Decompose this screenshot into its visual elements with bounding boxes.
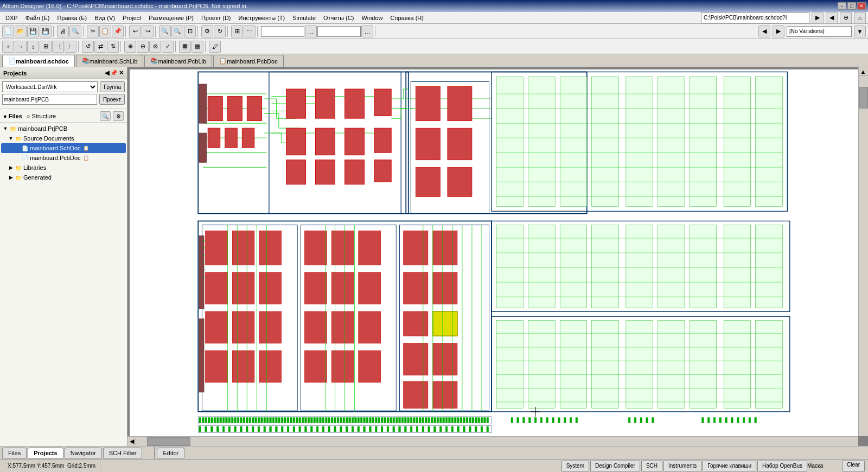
tb2-btn16[interactable]: 🖊	[209, 41, 221, 53]
tb2-btn12[interactable]: ⊗	[149, 41, 161, 53]
tab-mainboard-pcblib[interactable]: 📚 mainboard.PcbLib	[144, 55, 212, 67]
tree-item-schdoc[interactable]: 📄 mainboard.SchDoc 📋	[1, 143, 126, 153]
h-scroll-thumb[interactable]	[147, 437, 190, 446]
save-btn[interactable]: 💾	[27, 25, 39, 37]
forward-button[interactable]: ⊕	[840, 12, 852, 24]
expand-generated[interactable]: ▶	[8, 175, 14, 180]
redo-btn[interactable]: ↪	[142, 25, 154, 37]
dots-btn2[interactable]: …	[361, 25, 373, 37]
save-all-btn[interactable]: 💾	[40, 25, 52, 37]
tab-mainboard-pcbdoc[interactable]: 📋 mainboard.PcbDoc	[213, 55, 284, 67]
home-button[interactable]: ⌂	[854, 12, 866, 24]
left-arrow-btn[interactable]: ◀	[758, 25, 770, 37]
new-btn[interactable]: 📄	[2, 25, 14, 37]
files-tab[interactable]: ● Files	[3, 113, 22, 119]
tb2-btn13[interactable]: ✓	[162, 41, 174, 53]
bottom-tab-files[interactable]: Files	[2, 448, 27, 458]
design-compiler-button[interactable]: Design Compiler	[590, 461, 640, 471]
menu-simulate[interactable]: Simulate	[289, 14, 319, 22]
compile-btn[interactable]: ⚙	[201, 25, 213, 37]
update-btn[interactable]: ↻	[214, 25, 226, 37]
bottom-tab-projects[interactable]: Projects	[28, 448, 63, 458]
tb2-btn1[interactable]: +	[2, 41, 14, 53]
menu-window[interactable]: Window	[358, 14, 386, 22]
tab-mainboard-schdoc[interactable]: 📄 mainboard.schdoc	[2, 55, 75, 67]
tb2-btn10[interactable]: ⊕	[124, 41, 136, 53]
menu-reports[interactable]: Отчеты (С)	[320, 14, 357, 22]
canvas-area[interactable]: ▲ ◀	[127, 67, 868, 446]
right-arrow-btn[interactable]: ▶	[773, 25, 784, 37]
expand-libraries[interactable]: ▶	[8, 165, 14, 170]
group-button[interactable]: Группа	[100, 81, 125, 92]
tab-mainboard-schlib[interactable]: 📚 mainboard.SchLib	[76, 55, 144, 67]
panel-pin-icon[interactable]: 📌	[110, 69, 118, 76]
bottom-tab-sch-filter[interactable]: SCH Filter	[103, 448, 143, 458]
menu-project[interactable]: Project	[119, 14, 144, 22]
undo-btn[interactable]: ↩	[129, 25, 141, 37]
variations-dropdown[interactable]: ▼	[854, 25, 866, 37]
expand-source[interactable]: ▼	[8, 136, 14, 141]
project-button[interactable]: Проект	[99, 94, 125, 105]
horizontal-scrollbar[interactable]: ◀	[127, 436, 858, 446]
tb2-btn9[interactable]: ⇅	[107, 41, 119, 53]
copy-btn[interactable]: 📋	[99, 25, 111, 37]
system-button[interactable]: System	[561, 461, 589, 471]
tree-item-libraries[interactable]: ▶ 📁 Libraries	[1, 163, 126, 173]
maximize-button[interactable]: □	[847, 2, 856, 10]
value-field2[interactable]	[317, 26, 361, 37]
workspace-dropdown[interactable]: Workspace1.DsnWrk	[2, 81, 98, 92]
clear-button[interactable]: Clear	[842, 461, 865, 471]
panel-close-icon[interactable]: ✕	[119, 69, 124, 76]
sch-button[interactable]: SCH	[641, 461, 662, 471]
v-scroll-thumb[interactable]	[859, 87, 868, 109]
bottom-tab-navigator[interactable]: Navigator	[65, 448, 102, 458]
instruments-button[interactable]: Instruments	[663, 461, 701, 471]
tb2-btn3[interactable]: ↕	[27, 41, 39, 53]
expand-prjpcb[interactable]: ▼	[2, 126, 9, 131]
menu-tools[interactable]: Инструменты (Т)	[235, 14, 289, 22]
tb2-btn11[interactable]: ⊖	[137, 41, 149, 53]
project-field[interactable]	[2, 94, 97, 105]
dots-btn1[interactable]: …	[305, 25, 317, 37]
tb2-btn8[interactable]: ⇄	[94, 41, 106, 53]
open-btn[interactable]: 📂	[15, 25, 27, 37]
variations-field[interactable]	[787, 26, 852, 37]
paste-btn[interactable]: 📌	[112, 25, 124, 37]
tree-item-pcbdoc[interactable]: 📄 mainboard.PcbDoc 📋	[1, 153, 126, 163]
menu-file[interactable]: Файл (Е)	[22, 14, 53, 22]
back-button[interactable]: ◀	[826, 12, 838, 24]
tb2-btn6[interactable]: 〉	[65, 41, 76, 53]
path-field[interactable]	[701, 12, 809, 23]
go-button[interactable]: ▶	[812, 12, 824, 24]
panel-filter-icon[interactable]: 🔍	[100, 111, 111, 121]
tb2-btn14[interactable]: 🔳	[179, 41, 191, 53]
minimize-button[interactable]: −	[838, 2, 846, 10]
tb2-btn4[interactable]: ⊞	[40, 41, 52, 53]
more-btn[interactable]: ⋯	[244, 25, 256, 37]
cut-btn[interactable]: ✂	[87, 25, 99, 37]
hotkeys-button[interactable]: Горячие клавиши	[703, 461, 756, 471]
vertical-scrollbar[interactable]: ▲	[858, 67, 868, 436]
grid-btn[interactable]: ⊞	[231, 25, 243, 37]
menu-edit[interactable]: Правка (Е)	[54, 14, 90, 22]
panel-settings-icon[interactable]: ⚙	[113, 111, 124, 121]
tree-item-source-docs[interactable]: ▼ 📁 Source Documents	[1, 133, 126, 143]
print-preview-btn[interactable]: 🔍	[69, 25, 81, 37]
scroll-left-btn[interactable]: ◀	[127, 437, 136, 446]
menu-dxp[interactable]: DXP	[2, 14, 21, 22]
menu-place[interactable]: Размещение (Р)	[145, 14, 197, 22]
editor-tab[interactable]: Editor	[157, 448, 184, 458]
menu-view[interactable]: Вид (V)	[91, 14, 118, 22]
tb2-btn2[interactable]: →	[15, 41, 27, 53]
tb2-btn7[interactable]: ↺	[82, 41, 94, 53]
close-button[interactable]: ✕	[857, 2, 866, 10]
nabor-button[interactable]: Набор OpenBus	[757, 461, 807, 471]
print-btn[interactable]: 🖨	[57, 25, 69, 37]
structure-tab[interactable]: ○ Structure	[27, 113, 56, 119]
panel-left-icon[interactable]: ◀	[105, 69, 109, 76]
tree-item-prjpcb[interactable]: ▼ 📁 mainboard.PrjPCB	[1, 124, 126, 133]
menu-design[interactable]: Проект (D)	[198, 14, 234, 22]
tb2-btn5[interactable]: 〈	[52, 41, 64, 53]
zoom-out-btn[interactable]: 🔍	[171, 25, 183, 37]
tb2-btn15[interactable]: ▦	[192, 41, 203, 53]
